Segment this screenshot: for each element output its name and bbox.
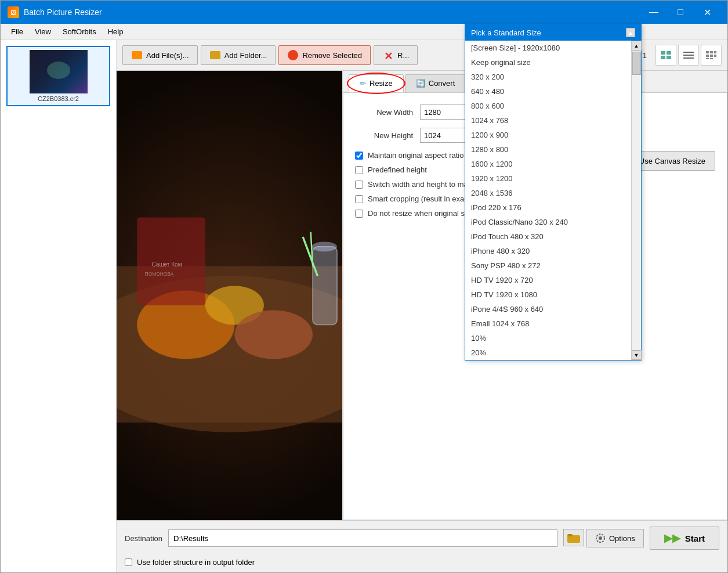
dropdown-item[interactable]: [Screen Size] - 1920x1080 (465, 41, 631, 55)
start-button[interactable]: ▶▶ Start (650, 527, 719, 550)
menu-help[interactable]: Help (102, 25, 129, 38)
destination-label: Destination (125, 534, 162, 543)
folder-browse-icon (567, 532, 580, 543)
view-large-icon-btn[interactable] (655, 45, 676, 66)
tab-convert[interactable]: 🔄 Convert (405, 74, 466, 92)
dropdown-item[interactable]: 320 x 200 (465, 70, 631, 84)
remove-selected-label: Remove Selected (302, 51, 362, 60)
svg-rect-9 (714, 51, 716, 53)
dropdown-item[interactable]: 1600 x 1200 (465, 157, 631, 171)
convert-tab-icon: 🔄 (416, 79, 425, 88)
gear-icon (595, 533, 606, 543)
menu-softorbits[interactable]: SoftOrbits (57, 25, 102, 38)
convert-tab-label: Convert (429, 79, 455, 88)
maintain-aspect-checkbox[interactable] (355, 152, 363, 160)
remove-all-button[interactable]: ✕ R... (374, 45, 418, 65)
view-grid-icon-btn[interactable] (701, 45, 722, 66)
file-item[interactable]: CZ2B0383.cr2 (6, 46, 110, 106)
scrollbar-down-button[interactable]: ▼ (632, 350, 642, 360)
remove-selected-button[interactable]: Remove Selected (278, 45, 371, 65)
window-title: Batch Picture Resizer (24, 8, 640, 17)
menu-file[interactable]: File (5, 25, 29, 38)
dropdown-item[interactable]: iPhone 480 x 320 (465, 244, 631, 258)
dropdown-item[interactable]: iPod Touch 480 x 320 (465, 229, 631, 244)
dropdown-item[interactable]: Email 1024 x 768 (465, 316, 631, 331)
dropdown-item[interactable]: iPod 220 x 176 (465, 200, 631, 215)
view-list-icon-btn[interactable] (678, 45, 699, 66)
menu-view[interactable]: View (29, 25, 57, 38)
no-resize-checkbox[interactable] (355, 210, 363, 218)
dropdown-item[interactable]: 1920 x 1200 (465, 171, 631, 186)
title-bar: 🖼 Batch Picture Resizer — □ ✕ (1, 1, 727, 24)
svg-rect-8 (710, 51, 713, 53)
svg-point-22 (312, 242, 337, 251)
svg-rect-13 (706, 58, 709, 59)
window-controls: — □ ✕ (640, 3, 720, 21)
file-list-area: CZ2B0383.cr2 (1, 40, 116, 572)
folder-structure-row: Use folder structure in output folder (125, 558, 719, 567)
dropdown-scroll-up[interactable]: ▲ (626, 28, 635, 37)
folder-orange-icon (132, 51, 142, 59)
app-icon: 🖼 (8, 6, 19, 18)
predefined-height-label: Predefined height (368, 165, 427, 174)
preview-panel: Сашет Ком ПОМОНОВА (117, 71, 343, 520)
browse-destination-button[interactable] (563, 529, 584, 546)
bottom-actions: Options (563, 529, 644, 547)
dropdown-header: Pick a Standard Size ▲ (465, 24, 641, 41)
dropdown-item[interactable]: 10% (465, 331, 631, 345)
svg-point-30 (599, 536, 602, 540)
switch-sides-checkbox[interactable] (355, 181, 363, 189)
dropdown-item[interactable]: 1200 x 900 (465, 128, 631, 142)
add-folder-button[interactable]: Add Folder... (201, 45, 276, 65)
remove-all-label: R... (397, 51, 409, 60)
svg-rect-11 (710, 55, 713, 57)
svg-rect-7 (706, 51, 709, 53)
maximize-button[interactable]: □ (667, 3, 694, 21)
svg-rect-14 (710, 58, 713, 59)
svg-rect-12 (714, 55, 716, 57)
svg-rect-5 (683, 55, 694, 56)
bottom-bar: Destination Options ▶▶ Start (117, 520, 727, 572)
predefined-height-checkbox[interactable] (355, 166, 363, 174)
folder-structure-checkbox[interactable] (125, 558, 132, 566)
dropdown-item[interactable]: Sony PSP 480 x 272 (465, 258, 631, 273)
scrollbar-thumb[interactable] (632, 52, 641, 75)
options-button[interactable]: Options (586, 529, 644, 547)
dropdown-item[interactable]: 640 x 480 (465, 84, 631, 99)
thumbnail-image (30, 50, 88, 93)
dropdown-item[interactable]: iPod Classic/Nano 320 x 240 (465, 215, 631, 229)
remove-selected-icon (287, 49, 299, 61)
svg-rect-3 (667, 56, 671, 59)
resize-tab-icon: ✏ (360, 79, 366, 88)
dropdown-item[interactable]: 1024 x 768 (465, 113, 631, 128)
remove-circle-icon (288, 50, 298, 60)
svg-rect-0 (661, 51, 665, 55)
destination-input[interactable] (168, 529, 557, 547)
svg-rect-2 (661, 56, 665, 59)
folder-yellow-icon (210, 51, 220, 59)
dropdown-list[interactable]: [Screen Size] - 1920x1080Keep original s… (465, 41, 631, 360)
remove-all-icon-wrap: ✕ (382, 49, 394, 61)
dropdown-item[interactable]: 1280 x 800 (465, 142, 631, 157)
close-button[interactable]: ✕ (694, 3, 720, 21)
dropdown-item[interactable]: HD TV 1920 x 720 (465, 273, 631, 287)
dropdown-item[interactable]: iPone 4/4S 960 x 640 (465, 302, 631, 316)
file-name: CZ2B0383.cr2 (38, 95, 79, 102)
dropdown-item[interactable]: 20% (465, 345, 631, 360)
scrollbar-up-button[interactable]: ▲ (632, 41, 642, 51)
dropdown-item[interactable]: 800 x 600 (465, 99, 631, 113)
dropdown-item[interactable]: 2048 x 1536 (465, 186, 631, 200)
height-label: New Height (355, 131, 413, 140)
smart-crop-checkbox[interactable] (355, 195, 363, 203)
tab-resize[interactable]: ✏ Resize (349, 74, 404, 92)
maintain-aspect-label: Maintain original aspect ratio (368, 151, 463, 160)
dropdown-body: [Screen Size] - 1920x1080Keep original s… (465, 41, 641, 360)
svg-text:ПОМОНОВА: ПОМОНОВА (145, 271, 174, 277)
svg-point-20 (234, 310, 313, 359)
dropdown-item[interactable]: Keep original size (465, 55, 631, 70)
add-files-button[interactable]: Add File(s)... (122, 45, 198, 65)
preview-svg: Сашет Ком ПОМОНОВА (117, 71, 343, 520)
dropdown-item[interactable]: HD TV 1920 x 1080 (465, 287, 631, 302)
svg-rect-29 (567, 534, 573, 536)
minimize-button[interactable]: — (640, 3, 667, 21)
